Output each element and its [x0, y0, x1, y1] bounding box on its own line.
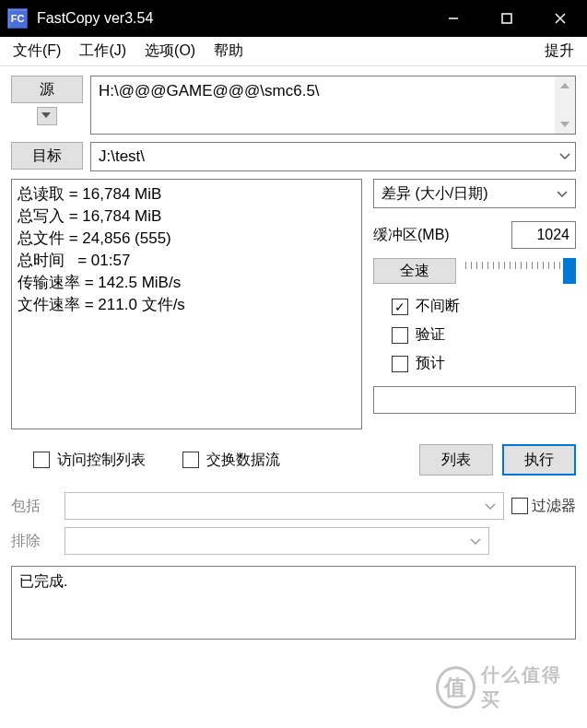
- maximize-button[interactable]: [480, 0, 534, 37]
- window-controls: [427, 0, 587, 37]
- stats-box: 总读取 = 16,784 MiB 总写入 = 16,784 MiB 总文件 = …: [11, 179, 362, 429]
- include-label: 包括: [11, 497, 57, 516]
- nonstop-checkbox[interactable]: 不间断: [392, 297, 576, 316]
- dest-dropdown-arrow[interactable]: [555, 143, 575, 170]
- speed-row: 全速: [373, 258, 576, 284]
- menu-help[interactable]: 帮助: [208, 38, 249, 65]
- dest-button[interactable]: 目标: [11, 142, 83, 170]
- main-row: 总读取 = 16,784 MiB 总写入 = 16,784 MiB 总文件 = …: [11, 179, 576, 429]
- source-history-dropdown[interactable]: [37, 107, 57, 125]
- chevron-down-icon: [559, 153, 570, 160]
- stat-total-files: 总文件 = 24,856 (555): [18, 229, 171, 247]
- speed-slider[interactable]: [465, 258, 576, 284]
- dest-path-box: [90, 142, 576, 171]
- svg-marker-4: [41, 112, 51, 118]
- dest-row: 目标: [11, 142, 576, 171]
- window-title: FastCopy ver3.54: [37, 10, 427, 27]
- menu-options[interactable]: 选项(O): [139, 38, 201, 65]
- watermark-icon: 值: [436, 666, 475, 709]
- stat-transfer-rate: 传输速率 = 142.5 MiB/s: [18, 274, 181, 291]
- filter-toggle-checkbox[interactable]: 过滤器: [511, 497, 576, 516]
- slider-track: [465, 262, 576, 269]
- stat-file-rate: 文件速率 = 211.0 文件/s: [18, 296, 185, 313]
- source-button[interactable]: 源: [11, 76, 83, 103]
- watermark: 值 什么值得买: [436, 660, 574, 715]
- menu-elevate[interactable]: 提升: [539, 38, 580, 65]
- stat-total-time: 总时间 = 01:57: [18, 252, 130, 269]
- include-filter-combo[interactable]: [65, 492, 504, 520]
- checkbox-icon: [33, 452, 50, 468]
- menu-bar: 文件(F) 工作(J) 选项(O) 帮助 提升: [0, 37, 587, 66]
- buffer-row: 缓冲区(MB): [373, 221, 576, 249]
- nonstop-label: 不间断: [416, 297, 460, 316]
- buffer-label: 缓冲区(MB): [373, 226, 504, 245]
- options-checks: 不间断 验证 预计: [373, 297, 576, 373]
- watermark-text: 什么值得买: [481, 663, 574, 712]
- stat-total-read: 总读取 = 16,784 MiB: [18, 185, 161, 203]
- exclude-label: 排除: [11, 532, 57, 551]
- exclude-filter-combo[interactable]: [65, 527, 489, 555]
- source-scrollbar[interactable]: [555, 76, 575, 134]
- estimate-label: 预计: [416, 354, 445, 373]
- log-box: 已完成.: [11, 566, 576, 640]
- menu-file[interactable]: 文件(F): [7, 38, 66, 65]
- verify-label: 验证: [416, 325, 445, 345]
- checkbox-icon: [182, 452, 199, 468]
- app-icon: FC: [7, 8, 28, 29]
- checkbox-icon: [392, 356, 408, 372]
- stat-total-write: 总写入 = 16,784 MiB: [18, 207, 161, 225]
- source-path-input[interactable]: H:\@@@GAME@@@\smc6.5\: [91, 76, 555, 134]
- lower-controls-row: 访问控制列表 交换数据流 列表 执行: [11, 444, 576, 476]
- svg-marker-6: [560, 122, 569, 127]
- checkbox-icon: [392, 299, 408, 315]
- title-bar: FC FastCopy ver3.54: [0, 0, 587, 37]
- full-speed-button[interactable]: 全速: [373, 258, 456, 284]
- acl-checkbox[interactable]: 访问控制列表: [33, 451, 146, 470]
- altstream-checkbox[interactable]: 交换数据流: [182, 451, 280, 470]
- scroll-down-icon[interactable]: [555, 115, 575, 134]
- svg-marker-5: [560, 83, 569, 88]
- log-text: 已完成.: [19, 573, 67, 589]
- copy-mode-value: 差异 (大小/日期): [382, 184, 488, 204]
- chevron-down-icon: [470, 533, 481, 549]
- chevron-down-icon: [557, 185, 568, 202]
- checkbox-icon: [511, 498, 528, 514]
- status-mini-box: [373, 386, 576, 414]
- content-area: 源 H:\@@@GAME@@@\smc6.5\ 目标: [0, 66, 587, 649]
- include-filter-row: 包括 过滤器: [11, 492, 576, 520]
- checkbox-icon: [392, 327, 408, 344]
- filter-toggle-label: 过滤器: [532, 497, 576, 516]
- estimate-checkbox[interactable]: 预计: [392, 354, 576, 373]
- svg-rect-1: [502, 14, 511, 23]
- source-row: 源 H:\@@@GAME@@@\smc6.5\: [11, 76, 576, 135]
- buffer-input[interactable]: [511, 221, 576, 249]
- dest-path-input[interactable]: [91, 143, 555, 170]
- chevron-down-icon: [485, 498, 496, 514]
- source-path-box: H:\@@@GAME@@@\smc6.5\: [90, 76, 576, 135]
- list-button[interactable]: 列表: [419, 444, 493, 476]
- execute-button[interactable]: 执行: [502, 444, 576, 476]
- exclude-filter-row: 排除: [11, 527, 576, 555]
- menu-job[interactable]: 工作(J): [74, 38, 132, 65]
- scroll-up-icon[interactable]: [555, 76, 575, 95]
- minimize-button[interactable]: [427, 0, 480, 37]
- verify-checkbox[interactable]: 验证: [392, 325, 576, 345]
- slider-thumb[interactable]: [563, 258, 576, 284]
- close-button[interactable]: [534, 0, 587, 37]
- acl-label: 访问控制列表: [57, 451, 146, 470]
- chevron-down-icon: [41, 112, 53, 120]
- copy-mode-combo[interactable]: 差异 (大小/日期): [373, 179, 576, 208]
- altstream-label: 交换数据流: [206, 451, 280, 470]
- right-column: 差异 (大小/日期) 缓冲区(MB) 全速 不间断: [373, 179, 576, 429]
